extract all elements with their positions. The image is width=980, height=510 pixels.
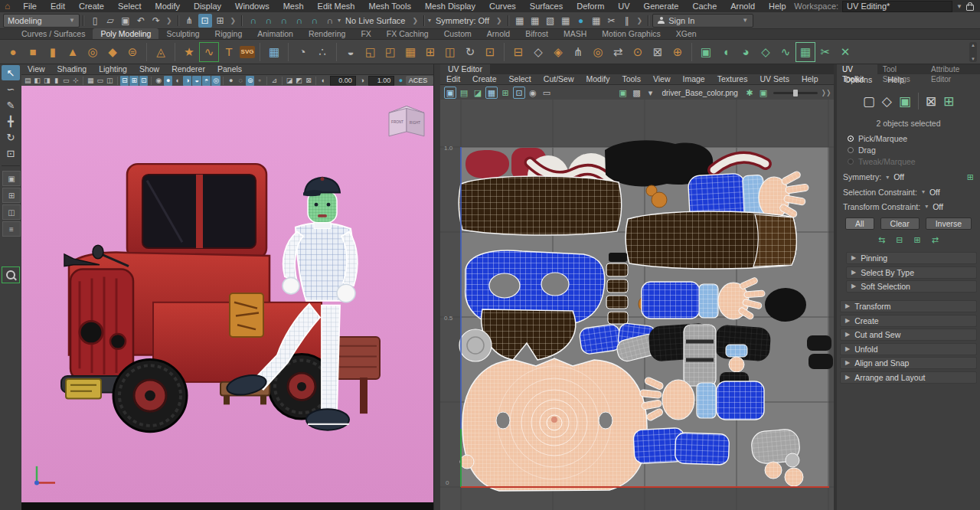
- menu-windows[interactable]: Windows: [228, 0, 276, 12]
- gamma-icon[interactable]: ◑: [358, 76, 367, 86]
- workspace-value[interactable]: UV Editing*: [842, 1, 952, 12]
- workspace-lock-icon[interactable]: [966, 5, 974, 11]
- svg-tool-icon[interactable]: SVG: [240, 46, 255, 58]
- snap-to-view-plane-icon[interactable]: ∩: [308, 14, 322, 28]
- shell-border-icon[interactable]: ⊡: [513, 87, 525, 99]
- shell-belt-pieces[interactable]: [606, 253, 628, 324]
- curve-warp-icon[interactable]: ∿: [200, 43, 218, 61]
- poly-disc-icon[interactable]: ⊜: [123, 43, 142, 61]
- shell-cuff-blue-2[interactable]: [675, 433, 729, 465]
- field-chart-icon[interactable]: ⊞: [129, 76, 139, 86]
- sign-in-button[interactable]: Sign In ▼: [652, 14, 753, 28]
- layout-two-side[interactable]: ◫: [2, 204, 21, 220]
- contour-stretch-icon[interactable]: ∿: [776, 43, 795, 61]
- texture-borders-icon[interactable]: ◪: [472, 87, 484, 99]
- duplicate-special-icon[interactable]: ⊡: [481, 43, 499, 61]
- menu-curves[interactable]: Curves: [482, 0, 523, 12]
- toolkit-tab-attribute-editor[interactable]: Attribute Editor: [926, 64, 980, 74]
- redo-icon[interactable]: ↷: [149, 14, 163, 28]
- occlusion-icon[interactable]: ●: [227, 76, 236, 86]
- viewport-menu-show[interactable]: Show: [133, 64, 165, 74]
- layout-outliner[interactable]: ≡: [2, 221, 21, 237]
- menu-cache[interactable]: Cache: [685, 0, 724, 12]
- select-edge-ring-icon[interactable]: ⊞: [914, 235, 921, 245]
- exposure-field[interactable]: 0.00: [330, 76, 356, 86]
- lights-icon[interactable]: ◒: [192, 76, 201, 86]
- save-scene-icon[interactable]: ▣: [119, 14, 132, 28]
- uv-editor-shelf-icon[interactable]: ▦: [796, 43, 815, 61]
- menu-file[interactable]: File: [16, 0, 44, 12]
- ipr-render-icon[interactable]: ▦: [590, 14, 603, 28]
- shaded-uvs-icon[interactable]: ▤: [458, 87, 470, 99]
- poly-cylinder-icon[interactable]: ▮: [44, 43, 62, 61]
- uv-component-icon[interactable]: ▢: [863, 93, 875, 110]
- image-dim-slider[interactable]: [773, 92, 818, 94]
- snap-to-projected-center-icon[interactable]: ∩: [292, 14, 306, 28]
- image-display-icon[interactable]: ▣: [616, 87, 629, 99]
- menu-display[interactable]: Display: [187, 0, 228, 12]
- symmetrize-icon[interactable]: ⊠: [648, 43, 667, 61]
- super-shape-icon[interactable]: ★: [180, 43, 198, 61]
- viewport-canvas[interactable]: FRONT RIGHT: [21, 86, 433, 502]
- section-align-and-snap[interactable]: ▶Align and Snap: [840, 357, 977, 369]
- section-arrange-and-layout[interactable]: ▶Arrange and Layout: [840, 371, 977, 384]
- object-mode-icon[interactable]: ▣: [899, 93, 911, 110]
- marquee-select-icon[interactable]: ⊠: [926, 93, 936, 110]
- soften-edge-icon[interactable]: ↻: [461, 43, 479, 61]
- cut-icon[interactable]: ✂: [605, 14, 619, 28]
- use-default-material-icon[interactable]: ◑: [183, 76, 192, 86]
- shell-gray-disc[interactable]: [459, 329, 492, 361]
- image-plane-icon[interactable]: ▭: [62, 76, 71, 86]
- pan-zoom-icon[interactable]: ⊹: [71, 76, 80, 86]
- shelf-tab-motion-graphics[interactable]: Motion Graphics: [594, 28, 668, 39]
- color-channels-icon[interactable]: ✱: [743, 87, 756, 99]
- shelf-tab-animation[interactable]: Animation: [250, 28, 301, 39]
- menu-select[interactable]: Select: [111, 0, 149, 12]
- bookmark-icon[interactable]: ▮: [52, 76, 61, 86]
- safe-action-icon[interactable]: ⊡: [139, 76, 149, 86]
- xray-joints-icon[interactable]: ◩: [295, 76, 304, 86]
- origin-locator-icon[interactable]: ∴: [313, 43, 332, 61]
- toolkit-tab-uv-toolkit[interactable]: UV Toolkit: [837, 64, 877, 74]
- shell-plaid-left[interactable]: [459, 176, 621, 235]
- toolkit-tab-tool-settings[interactable]: Tool Settings: [877, 64, 926, 74]
- snap-to-grid-icon[interactable]: ∩: [247, 14, 260, 28]
- tweak-grid-icon[interactable]: ⊞: [943, 93, 954, 110]
- exposure-icon[interactable]: ◐: [319, 76, 328, 86]
- toolkit-menu-help[interactable]: Help: [880, 75, 912, 84]
- shelf-tab-xgen[interactable]: XGen: [668, 28, 704, 39]
- texture-name-label[interactable]: driver_Base_color.png: [662, 89, 738, 97]
- undo-icon[interactable]: ↶: [134, 14, 148, 28]
- image-ratio-icon[interactable]: ▣: [757, 87, 769, 99]
- shelf-tab-arnold[interactable]: Arnold: [479, 28, 518, 39]
- shell-black-blob[interactable]: [765, 288, 806, 322]
- sew-uv-icon[interactable]: ✕: [836, 43, 854, 61]
- all-button[interactable]: All: [845, 217, 874, 230]
- automatic-map-icon[interactable]: ◇: [756, 43, 775, 61]
- inverse-button[interactable]: Inverse: [926, 217, 972, 230]
- paint-select-tool[interactable]: ✎: [2, 97, 20, 113]
- extrude-icon[interactable]: ⊟: [509, 43, 528, 61]
- spherical-map-icon[interactable]: ◕: [737, 43, 755, 61]
- section-transform[interactable]: ▶Transform: [840, 300, 977, 312]
- pixel-snap-icon[interactable]: ⊞: [499, 87, 511, 99]
- menu-mesh[interactable]: Mesh: [276, 0, 311, 12]
- new-scene-icon[interactable]: ▯: [88, 14, 102, 28]
- field-value[interactable]: Off: [933, 202, 943, 211]
- group-expander-icon[interactable]: ❯: [228, 17, 239, 25]
- move-tool[interactable]: ╋: [2, 113, 20, 129]
- shelf-tab-sculpting[interactable]: Sculpting: [158, 28, 207, 39]
- cylindrical-map-icon[interactable]: ◖: [717, 43, 735, 61]
- symmetry-grid-icon[interactable]: ⊞: [967, 172, 974, 182]
- scale-tool[interactable]: ⊡: [2, 145, 20, 161]
- separate-icon[interactable]: ◱: [361, 43, 380, 61]
- bridge-icon[interactable]: ◈: [549, 43, 567, 61]
- uv-menu-edit[interactable]: Edit: [440, 74, 466, 84]
- uv-shell-icon[interactable]: ◇: [882, 93, 892, 110]
- uv-editor-title-tab[interactable]: UV Editor: [440, 64, 490, 74]
- lasso-tool[interactable]: ∽: [2, 81, 20, 96]
- menu-generate[interactable]: Generate: [637, 0, 686, 12]
- smooth-mesh-icon[interactable]: ▦: [401, 43, 420, 61]
- shelf-tab-custom[interactable]: Custom: [436, 28, 479, 39]
- menu-deform[interactable]: Deform: [570, 0, 611, 12]
